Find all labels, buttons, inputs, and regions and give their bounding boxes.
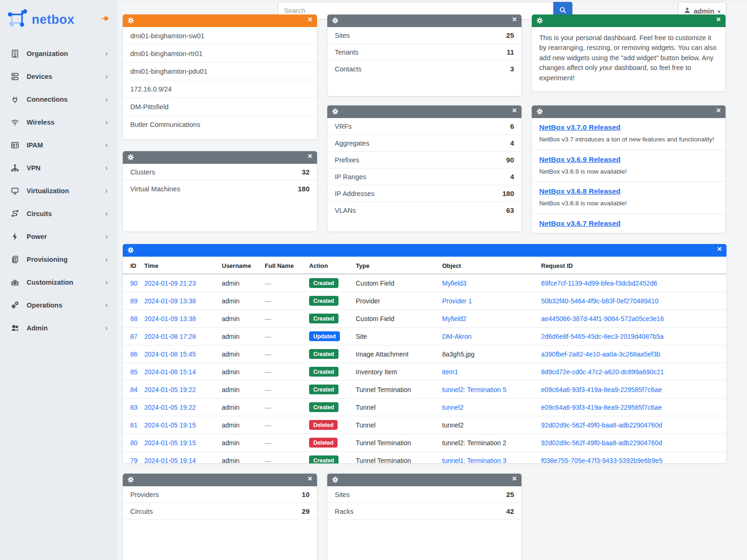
change-object-link[interactable]: tunnel2: Termination 5 bbox=[442, 386, 507, 393]
request-id-link[interactable]: 92d02d9c-562f-49f0-baa8-adb22904760d bbox=[541, 421, 662, 429]
change-time-link[interactable]: 2024-01-09 21:23 bbox=[144, 280, 196, 287]
stat-row[interactable]: Contacts3 bbox=[327, 61, 521, 77]
close-icon[interactable] bbox=[308, 15, 312, 24]
bookmark-item[interactable]: 172.16.0.9/24 bbox=[123, 80, 317, 98]
change-object-link[interactable]: Myfield2 bbox=[442, 315, 466, 322]
change-object-link[interactable]: 8a3gh5.jpg bbox=[442, 350, 474, 358]
gear-icon[interactable] bbox=[332, 108, 338, 115]
pin-icon[interactable] bbox=[102, 15, 109, 23]
news-headline-link[interactable]: NetBox v3.6.7 Released bbox=[539, 219, 620, 228]
change-time-link[interactable]: 2024-01-05 19:15 bbox=[144, 439, 196, 447]
stat-row[interactable]: Virtual Machines180 bbox=[123, 181, 317, 197]
stat-row[interactable]: VRFs6 bbox=[327, 118, 521, 135]
request-id-link[interactable]: e09c64a6-93f3-419a-8ea9-229585f7c6ae bbox=[541, 386, 662, 393]
change-id-link[interactable]: 83 bbox=[130, 404, 138, 411]
sidebar-item-ipam[interactable]: IPAM bbox=[0, 133, 116, 156]
gear-icon[interactable] bbox=[332, 17, 338, 24]
bookmark-item[interactable]: DM-Pittsfield bbox=[123, 98, 317, 116]
request-id-link[interactable]: a390fbef-2a82-4e10-aa0a-3c268aa5ef3b bbox=[541, 350, 660, 358]
change-time-link[interactable]: 2024-01-08 15:45 bbox=[144, 350, 196, 358]
change-time-link[interactable]: 2024-01-09 13:38 bbox=[144, 315, 196, 322]
close-icon[interactable] bbox=[716, 15, 721, 24]
close-icon[interactable] bbox=[512, 106, 517, 115]
request-id-link[interactable]: 50b32f40-5464-4f9c-b83f-0ef270489410 bbox=[541, 297, 658, 305]
change-id-link[interactable]: 79 bbox=[130, 457, 138, 464]
change-id-link[interactable]: 88 bbox=[130, 315, 138, 322]
change-object-link[interactable]: DM-Akron bbox=[442, 333, 472, 340]
sidebar-item-devices[interactable]: Devices bbox=[0, 65, 116, 88]
change-time-link[interactable]: 2024-01-09 13:38 bbox=[144, 297, 196, 305]
change-id-link[interactable]: 90 bbox=[130, 280, 138, 287]
gear-icon[interactable] bbox=[536, 17, 543, 24]
stat-row[interactable]: VLANs63 bbox=[327, 202, 521, 218]
stat-row[interactable]: Prefixes90 bbox=[327, 152, 521, 168]
change-id-link[interactable]: 84 bbox=[130, 386, 138, 393]
sidebar-item-connections[interactable]: Connections bbox=[0, 88, 116, 111]
stat-row[interactable]: Providers10 bbox=[123, 486, 317, 503]
change-object-link[interactable]: tunnel2 bbox=[442, 421, 464, 429]
close-icon[interactable] bbox=[717, 245, 722, 254]
change-time-link[interactable]: 2024-01-05 19:14 bbox=[144, 457, 196, 464]
request-id-link[interactable]: e09c64a6-93f3-419a-8ea9-229585f7c6ae bbox=[541, 404, 662, 411]
bookmark-item[interactable]: dmi01-binghamton-pdu01 bbox=[123, 63, 317, 80]
change-object-link[interactable]: tunnel2: Termination 2 bbox=[442, 439, 507, 447]
sidebar-item-admin[interactable]: Admin bbox=[0, 316, 116, 339]
bookmark-item[interactable]: dmi01-binghamton-sw01 bbox=[123, 27, 317, 45]
close-icon[interactable] bbox=[716, 106, 721, 115]
sidebar-item-virtualization[interactable]: Virtualization bbox=[0, 179, 116, 202]
change-object-link[interactable]: tunnel1: Termination 3 bbox=[442, 457, 507, 464]
change-time-link[interactable]: 2024-01-08 17:28 bbox=[144, 333, 196, 340]
change-time-link[interactable]: 2024-01-05 19:15 bbox=[144, 421, 196, 429]
sidebar-item-organization[interactable]: Organization bbox=[0, 42, 116, 65]
change-time-link[interactable]: 2024-01-05 19:22 bbox=[144, 404, 196, 411]
change-id-link[interactable]: 85 bbox=[130, 368, 138, 376]
change-id-link[interactable]: 87 bbox=[130, 333, 138, 340]
news-headline-link[interactable]: NetBox v3.7.0 Released bbox=[539, 123, 620, 132]
sidebar-item-power[interactable]: Power bbox=[0, 225, 116, 248]
brand-name[interactable]: netbox bbox=[32, 13, 75, 27]
close-icon[interactable] bbox=[308, 474, 312, 483]
request-id-link[interactable]: f038e755-705e-47f3-9433-5392b9e6b9e5 bbox=[541, 457, 662, 464]
gear-icon[interactable] bbox=[127, 476, 134, 483]
bookmark-item[interactable]: dmi01-binghamton-rtr01 bbox=[123, 45, 317, 63]
close-icon[interactable] bbox=[512, 15, 517, 24]
stat-row[interactable]: Clusters32 bbox=[123, 164, 317, 181]
news-headline-link[interactable]: NetBox v3.6.8 Released bbox=[539, 187, 620, 196]
change-object-link[interactable]: tunnel2 bbox=[442, 404, 464, 411]
sidebar-item-wireless[interactable]: Wireless bbox=[0, 111, 116, 133]
close-icon[interactable] bbox=[512, 474, 517, 483]
gear-icon[interactable] bbox=[536, 108, 543, 115]
request-id-link[interactable]: ae445066-387d-44f1-9084-572a05ce3e16 bbox=[541, 315, 664, 322]
close-icon[interactable] bbox=[308, 152, 312, 161]
stat-row[interactable]: Aggregates4 bbox=[327, 135, 521, 152]
stat-row[interactable]: Racks42 bbox=[327, 503, 521, 520]
request-id-link[interactable]: 92d02d9c-562f-49f0-baa8-adb22904760d bbox=[541, 439, 662, 447]
change-object-link[interactable]: Provider 1 bbox=[442, 297, 472, 305]
stat-row[interactable]: Sites25 bbox=[327, 27, 521, 44]
netbox-logo[interactable] bbox=[7, 8, 28, 31]
change-id-link[interactable]: 81 bbox=[130, 421, 138, 429]
change-id-link[interactable]: 80 bbox=[130, 439, 138, 447]
stat-row[interactable]: IP Ranges4 bbox=[327, 168, 521, 185]
change-object-link[interactable]: item1 bbox=[442, 368, 458, 376]
gear-icon[interactable] bbox=[332, 476, 338, 483]
stat-row[interactable]: Tenants11 bbox=[327, 44, 521, 61]
gear-icon[interactable] bbox=[127, 154, 134, 161]
change-time-link[interactable]: 2024-01-08 15:14 bbox=[144, 368, 196, 376]
request-id-link[interactable]: 69fce7cf-1139-4d99-bfea-f3dcbd2452d6 bbox=[541, 280, 657, 287]
sidebar-item-circuits[interactable]: Circuits bbox=[0, 202, 116, 225]
sidebar-item-operations[interactable]: Operations bbox=[0, 294, 116, 316]
bookmark-item[interactable]: Butler Communications bbox=[123, 116, 317, 133]
request-id-link[interactable]: 2d6d6e8f-5465-45dc-8ec3-2019d4087b5a bbox=[541, 333, 663, 340]
change-id-link[interactable]: 86 bbox=[130, 350, 138, 358]
sidebar-item-customization[interactable]: Customization bbox=[0, 271, 116, 294]
sidebar-item-vpn[interactable]: VPN bbox=[0, 156, 116, 179]
change-object-link[interactable]: Myfield3 bbox=[442, 280, 466, 287]
stat-row[interactable]: Circuits29 bbox=[123, 503, 317, 520]
gear-icon[interactable] bbox=[127, 17, 134, 24]
gear-icon[interactable] bbox=[127, 247, 134, 253]
change-time-link[interactable]: 2024-01-05 19:22 bbox=[144, 386, 196, 393]
stat-row[interactable]: IP Addresses180 bbox=[327, 185, 521, 202]
request-id-link[interactable]: 8d9cd72e-cd0c-47c2-a620-dc899a690c21 bbox=[541, 368, 664, 376]
sidebar-item-provisioning[interactable]: Provisioning bbox=[0, 248, 116, 271]
